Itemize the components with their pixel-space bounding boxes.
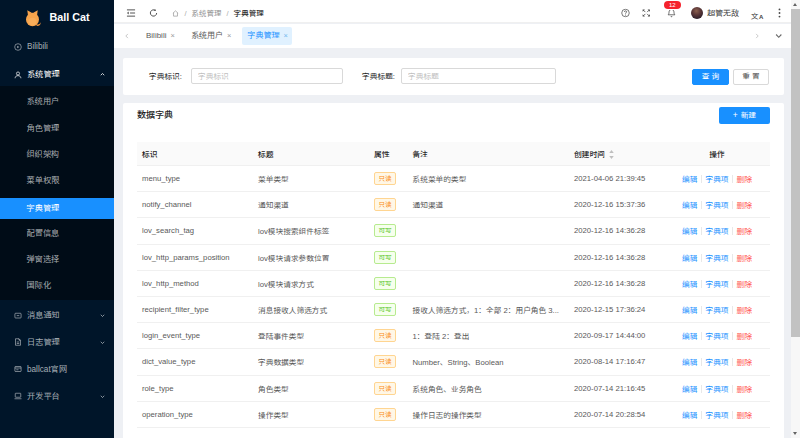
- tab-close-icon[interactable]: ×: [284, 27, 288, 45]
- delete-link[interactable]: 删除: [737, 175, 752, 184]
- sidebar-item-label: 系统用户: [27, 91, 60, 112]
- dict-items-link[interactable]: 字典项: [705, 306, 728, 315]
- tabs-dropdown-icon[interactable]: [775, 32, 783, 40]
- sidebar-item-system-users[interactable]: 系统用户: [0, 91, 114, 112]
- dict-code: notify_channel: [137, 192, 253, 218]
- dict-items-link[interactable]: 字典项: [705, 254, 728, 263]
- sidebar-item-bilibili[interactable]: Bilibili: [0, 36, 114, 57]
- sidebar-item-role-management[interactable]: 角色管理: [0, 118, 114, 139]
- delete-link[interactable]: 删除: [737, 254, 752, 263]
- sidebar-item-popup-select[interactable]: 弹窗选择: [0, 249, 114, 270]
- scrollbar[interactable]: [791, 0, 800, 438]
- edit-link[interactable]: 编辑: [682, 201, 697, 210]
- sidebar-item-label: 国际化: [27, 275, 52, 296]
- col-header-created[interactable]: 创建时间: [569, 142, 664, 166]
- message-icon: [14, 312, 22, 320]
- username[interactable]: 超管无敌: [707, 2, 739, 25]
- sidebar-item-dict-management[interactable]: 字典管理: [0, 198, 114, 219]
- sidebar-item-ballcat-website[interactable]: ballcat官网: [0, 359, 114, 380]
- dict-title-input[interactable]: [401, 68, 556, 84]
- delete-link[interactable]: 删除: [737, 332, 752, 341]
- dict-items-link[interactable]: 字典项: [705, 175, 728, 184]
- translate-icon[interactable]: 文A: [751, 2, 763, 25]
- scroll-down-arrow-icon[interactable]: [793, 432, 797, 435]
- delete-link[interactable]: 删除: [737, 306, 752, 315]
- sorter-icon[interactable]: [609, 150, 614, 159]
- breadcrumb-parent[interactable]: 系统管理: [192, 9, 222, 18]
- fullscreen-icon[interactable]: [642, 9, 651, 18]
- dict-items-link[interactable]: 字典项: [705, 280, 728, 289]
- dict-attr-cell: 只读: [369, 323, 408, 349]
- sidebar-item-dev-platform[interactable]: 开发平台: [0, 386, 114, 407]
- edit-link[interactable]: 编辑: [682, 385, 697, 394]
- edit-link[interactable]: 编辑: [682, 175, 697, 184]
- dict-items-link[interactable]: 字典项: [705, 201, 728, 210]
- sidebar-item-label: Bilibili: [27, 36, 48, 57]
- attr-tag: 可写: [374, 224, 396, 237]
- delete-link[interactable]: 删除: [737, 280, 752, 289]
- attr-tag: 只读: [374, 198, 396, 211]
- app-logo[interactable]: Ball Cat: [0, 0, 114, 36]
- create-button[interactable]: +新建: [719, 107, 770, 124]
- search-button[interactable]: 查 询: [692, 69, 729, 85]
- edit-link[interactable]: 编辑: [682, 306, 697, 315]
- edit-link[interactable]: 编辑: [682, 411, 697, 420]
- tab-dict-management[interactable]: 字典管理×: [242, 27, 292, 45]
- sidebar-item-organization[interactable]: 组织架构: [0, 144, 114, 165]
- dict-code-input[interactable]: [191, 68, 343, 84]
- sidebar-item-message-notice[interactable]: 消息通知: [0, 305, 114, 326]
- dict-title: 角色类型: [253, 376, 369, 402]
- delete-link[interactable]: 删除: [737, 411, 752, 420]
- dict-items-link[interactable]: 字典项: [705, 332, 728, 341]
- sidebar-item-log-management[interactable]: 日志管理: [0, 332, 114, 353]
- sidebar-item-system-management[interactable]: 系统管理: [0, 64, 114, 85]
- sidebar-item-i18n[interactable]: 国际化: [0, 275, 114, 296]
- avatar[interactable]: [691, 7, 703, 19]
- dict-items-link[interactable]: 字典项: [705, 227, 728, 236]
- scroll-up-arrow-icon[interactable]: [793, 3, 797, 6]
- breadcrumb-current: 字典管理: [234, 9, 264, 18]
- dict-items-link[interactable]: 字典项: [705, 385, 728, 394]
- help-icon[interactable]: [621, 9, 630, 18]
- table-head: 标识 标题 属性 备注 创建时间 操作: [137, 142, 770, 166]
- divider: [701, 332, 702, 340]
- divider: [701, 175, 702, 183]
- menu-fold-icon[interactable]: [126, 8, 136, 18]
- table-row: role_type 角色类型 只读 系统角色、业务角色 2020-07-14 2…: [137, 376, 770, 402]
- divider: [701, 201, 702, 209]
- delete-link[interactable]: 删除: [737, 385, 752, 394]
- edit-link[interactable]: 编辑: [682, 332, 697, 341]
- bell-icon[interactable]: [667, 8, 676, 18]
- row-actions-cell: 编辑字典项删除: [664, 297, 770, 323]
- scrollbar-thumb[interactable]: [791, 9, 800, 337]
- more-icon[interactable]: [778, 8, 781, 18]
- divider: [732, 254, 733, 262]
- tabs-scroll-right-icon[interactable]: [754, 33, 760, 39]
- delete-link[interactable]: 删除: [737, 358, 752, 367]
- edit-link[interactable]: 编辑: [682, 254, 697, 263]
- row-actions-cell: 编辑字典项删除: [664, 402, 770, 428]
- attr-tag: 可写: [374, 251, 396, 264]
- delete-link[interactable]: 删除: [737, 201, 752, 210]
- edit-link[interactable]: 编辑: [682, 227, 697, 236]
- reload-icon[interactable]: [149, 9, 158, 18]
- sidebar-item-menu-permissions[interactable]: 菜单权限: [0, 170, 114, 191]
- reset-button[interactable]: 重 置: [733, 69, 769, 85]
- dict-attr-cell: 可写: [369, 271, 408, 297]
- edit-link[interactable]: 编辑: [682, 280, 697, 289]
- chevron-down-icon: [100, 340, 105, 345]
- tab-bilibili[interactable]: Bilibili×: [140, 27, 181, 45]
- edit-link[interactable]: 编辑: [682, 358, 697, 367]
- sidebar-item-config-info[interactable]: 配置信息: [0, 223, 114, 244]
- chevron-down-icon: [100, 394, 105, 399]
- tab-system-users[interactable]: 系统用户×: [185, 27, 237, 45]
- tab-close-icon[interactable]: ×: [227, 27, 231, 45]
- row-actions-cell: 编辑字典项删除: [664, 218, 770, 244]
- dict-items-link[interactable]: 字典项: [705, 358, 728, 367]
- dict-items-link[interactable]: 字典项: [705, 411, 728, 420]
- tabs-scroll-left-icon[interactable]: [124, 33, 130, 39]
- tab-close-icon[interactable]: ×: [170, 27, 174, 45]
- delete-link[interactable]: 删除: [737, 227, 752, 236]
- divider: [701, 411, 702, 419]
- home-icon[interactable]: [172, 10, 179, 17]
